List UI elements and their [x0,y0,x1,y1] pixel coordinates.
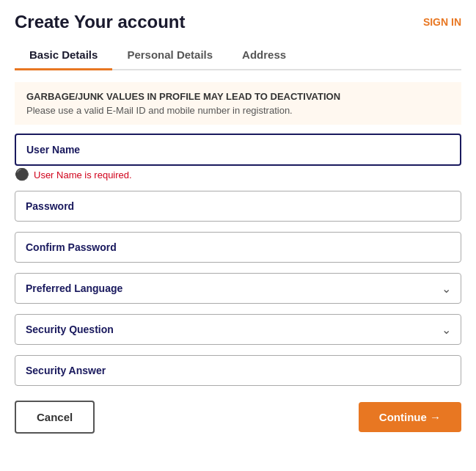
warning-box: GARBAGE/JUNK VALUES IN PROFILE MAY LEAD … [15,82,461,125]
continue-button[interactable]: Continue → [359,402,461,432]
tab-address[interactable]: Address [227,41,301,70]
username-input[interactable] [15,134,461,166]
username-group: ⚫ User Name is required. [15,134,461,180]
security-question-select[interactable]: Security Question [15,314,461,345]
warning-title: GARBAGE/JUNK VALUES IN PROFILE MAY LEAD … [26,91,450,102]
security-question-wrapper: Security Question ⌄ [15,314,461,345]
buttons-row: Cancel Continue → [15,401,461,434]
preferred-language-group: Preferred Language ⌄ [15,273,461,304]
warning-subtitle: Please use a valid E-Mail ID and mobile … [26,105,450,116]
password-input[interactable] [15,191,461,222]
security-answer-input[interactable] [15,355,461,386]
error-icon: ⚫ [15,169,29,180]
confirm-password-group [15,232,461,263]
username-error-text: User Name is required. [34,169,132,180]
tab-personal-details[interactable]: Personal Details [112,41,227,70]
tabs-row: Basic Details Personal Details Address [15,41,461,70]
tab-basic-details[interactable]: Basic Details [15,41,112,70]
confirm-password-input[interactable] [15,232,461,263]
security-answer-group [15,355,461,386]
preferred-language-select[interactable]: Preferred Language [15,273,461,304]
cancel-button[interactable]: Cancel [15,401,95,434]
page-title: Create Your account [15,12,186,32]
password-group [15,191,461,222]
preferred-language-wrapper: Preferred Language ⌄ [15,273,461,304]
security-question-group: Security Question ⌄ [15,314,461,345]
username-error-row: ⚫ User Name is required. [15,169,461,180]
sign-in-link[interactable]: SIGN IN [423,16,461,28]
